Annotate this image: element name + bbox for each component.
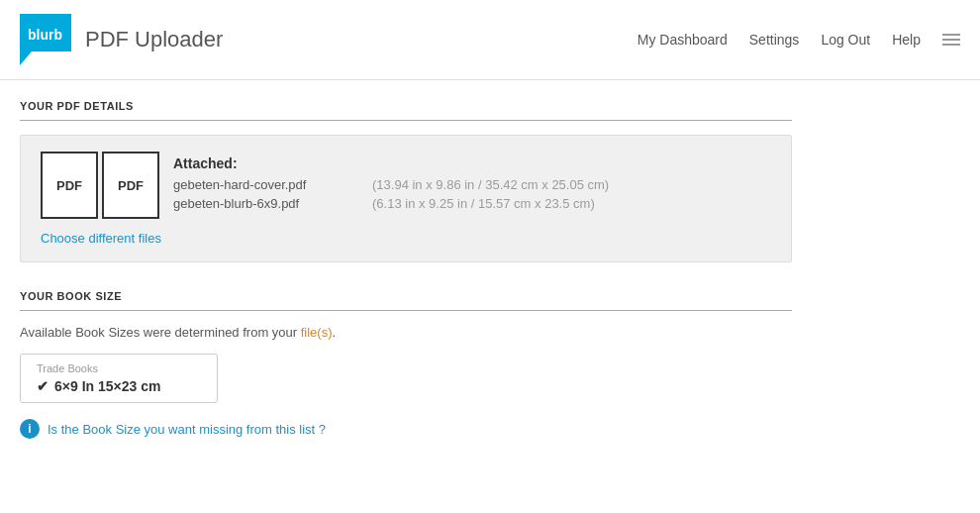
checkmark-icon: ✔ xyxy=(37,378,49,394)
file-name-1: gebeten-hard-cover.pdf xyxy=(173,177,356,192)
app-title: PDF Uploader xyxy=(85,27,223,52)
main-content: YOUR PDF DETAILS PDF PDF Attached: gebet… xyxy=(0,80,812,478)
book-size-selected: ✔ 6×9 In 15×23 cm xyxy=(37,378,201,394)
book-size-divider xyxy=(20,310,792,311)
book-size-section: YOUR BOOK SIZE Available Book Sizes were… xyxy=(20,290,792,439)
nav-logout[interactable]: Log Out xyxy=(821,32,870,48)
nav-settings[interactable]: Settings xyxy=(749,32,800,48)
attached-info: Attached: gebeten-hard-cover.pdf (13.94 … xyxy=(173,152,609,211)
blurb-logo: blurb xyxy=(20,14,71,65)
book-size-desc-highlight: file(s) xyxy=(301,325,333,340)
header-left: blurb PDF Uploader xyxy=(20,14,223,65)
attached-label: Attached: xyxy=(173,155,609,171)
file-row-2: gebeten-blurb-6x9.pdf (6.13 in x 9.25 in… xyxy=(173,196,609,211)
nav-help[interactable]: Help xyxy=(892,32,921,48)
pdf-section-title: YOUR PDF DETAILS xyxy=(20,100,792,112)
attached-files: gebeten-hard-cover.pdf (13.94 in x 9.86 … xyxy=(173,177,609,211)
book-size-category: Trade Books xyxy=(37,362,201,374)
pdf-icon-1: PDF xyxy=(41,152,98,219)
header: blurb PDF Uploader My Dashboard Settings… xyxy=(0,0,980,80)
nav-dashboard[interactable]: My Dashboard xyxy=(637,32,728,48)
book-size-option[interactable]: Trade Books ✔ 6×9 In 15×23 cm xyxy=(20,354,218,403)
file-row-1: gebeten-hard-cover.pdf (13.94 in x 9.86 … xyxy=(173,177,609,192)
info-icon: i xyxy=(20,419,40,439)
pdf-details-row: PDF PDF Attached: gebeten-hard-cover.pdf… xyxy=(41,152,771,219)
logo-text: blurb xyxy=(28,27,62,43)
hamburger-menu[interactable] xyxy=(942,34,960,46)
book-size-title: YOUR BOOK SIZE xyxy=(20,290,792,302)
pdf-icons: PDF PDF xyxy=(41,152,159,219)
choose-files-link[interactable]: Choose different files xyxy=(41,231,771,246)
header-nav: My Dashboard Settings Log Out Help xyxy=(637,32,960,48)
file-dims-2: (6.13 in x 9.25 in / 15.57 cm x 23.5 cm) xyxy=(372,196,595,211)
book-size-desc-prefix: Available Book Sizes were determined fro… xyxy=(20,325,301,340)
book-size-value: 6×9 In 15×23 cm xyxy=(54,378,160,394)
file-name-2: gebeten-blurb-6x9.pdf xyxy=(173,196,356,211)
pdf-section-divider xyxy=(20,120,792,121)
pdf-details-section: YOUR PDF DETAILS PDF PDF Attached: gebet… xyxy=(20,100,792,262)
pdf-details-box: PDF PDF Attached: gebeten-hard-cover.pdf… xyxy=(20,135,792,262)
book-size-description: Available Book Sizes were determined fro… xyxy=(20,325,792,340)
missing-size-link[interactable]: Is the Book Size you want missing from t… xyxy=(48,422,326,437)
pdf-icon-2: PDF xyxy=(102,152,159,219)
file-dims-1: (13.94 in x 9.86 in / 35.42 cm x 25.05 c… xyxy=(372,177,609,192)
book-size-desc-suffix: . xyxy=(333,325,337,340)
missing-size-row: i Is the Book Size you want missing from… xyxy=(20,419,792,439)
